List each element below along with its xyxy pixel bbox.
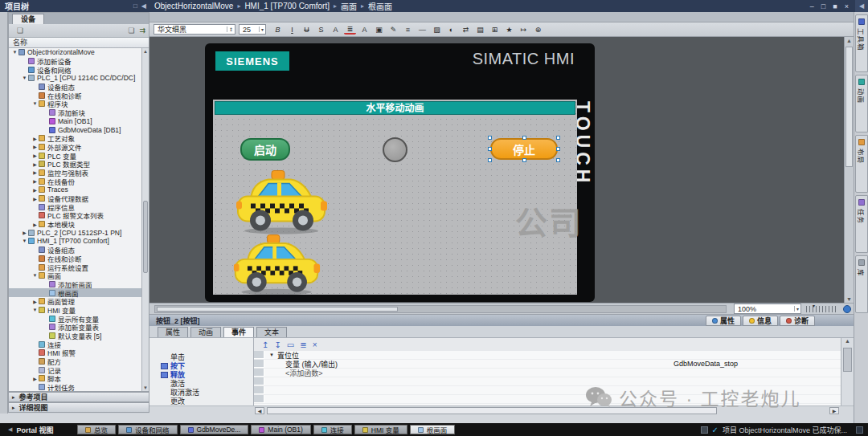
format-button[interactable]: ◐ xyxy=(445,24,457,35)
breadcrumb-label[interactable]: ObjectHorizontalMove xyxy=(154,2,233,10)
tree-item[interactable]: 默认变量表 [5] xyxy=(9,332,141,340)
function-row[interactable]: ▼ 置位位 xyxy=(254,351,841,360)
selection-handle[interactable] xyxy=(488,158,492,162)
tab-devices[interactable]: 设备 xyxy=(12,14,44,24)
chevron-down-icon[interactable]: ▾ xyxy=(259,26,264,32)
format-button[interactable]: ✎ xyxy=(387,24,399,35)
tree-expander-icon[interactable]: ▶ xyxy=(31,136,39,141)
stop-button-selection[interactable]: 停止 xyxy=(490,138,558,160)
tray-icon[interactable] xyxy=(856,426,863,434)
selection-handle[interactable] xyxy=(556,147,560,151)
tree-item[interactable]: 记录 xyxy=(9,365,141,374)
parameter-value[interactable]: GdbMoveData_stop xyxy=(674,360,738,369)
scroll-up-icon[interactable]: ▲ xyxy=(845,338,850,344)
tree-item[interactable]: 运行系统设置 xyxy=(9,263,141,271)
inspector-vertical-scrollbar[interactable]: ▲ xyxy=(841,338,854,405)
spinner-icon[interactable]: ⇕ xyxy=(227,26,233,32)
scroll-left-icon[interactable]: ◀ xyxy=(255,407,264,414)
screen-editor-canvas[interactable]: SIEMENS SIMATIC HMI TOUCH 水平移动动画 启动 停止 xyxy=(149,37,854,303)
editor-task-button[interactable]: Main (OB1) xyxy=(251,425,310,434)
slider-thumb-icon[interactable]: ▾ xyxy=(813,303,815,308)
chevron-down-icon[interactable]: ▾ xyxy=(794,306,799,312)
tree-item[interactable]: ▶ 本地模块 xyxy=(9,220,141,229)
tree-item[interactable]: 配方 xyxy=(9,357,141,366)
tree-item[interactable]: 添加新块 xyxy=(9,108,141,117)
tree-item[interactable]: ▶ 设备代理数据 xyxy=(9,194,141,203)
inspector-tab[interactable]: 属性 xyxy=(158,327,188,337)
hmi-screen[interactable]: 水平移动动画 启动 停止 xyxy=(213,100,577,295)
selection-handle[interactable] xyxy=(556,136,560,140)
font-family-select[interactable]: 华文细黑 ⇕ xyxy=(154,24,235,35)
taxi-graphic-2[interactable] xyxy=(232,234,321,295)
tree-item[interactable]: 在线和诊断 xyxy=(9,91,141,100)
format-button[interactable]: ⊕ xyxy=(532,24,544,35)
canvas-horizontal-scrollbar[interactable] xyxy=(154,305,727,313)
tree-item[interactable]: GdbMoveData [DB1] xyxy=(9,125,141,134)
editor-task-button[interactable]: 设备和网络 xyxy=(118,425,178,434)
breadcrumb-item[interactable]: HMI_1 [TP700 Comfort] ▸ xyxy=(244,2,341,10)
editor-task-button[interactable]: GdbMoveDe... xyxy=(180,425,249,434)
format-button[interactable]: ▤ xyxy=(474,24,486,35)
scroll-up-icon[interactable]: ▲ xyxy=(845,38,854,43)
window-control-button[interactable]: ■ xyxy=(833,2,837,10)
add-function-label[interactable]: <添加函数> xyxy=(264,368,323,378)
function-toolbar-icon[interactable]: × xyxy=(313,340,317,349)
stop-button[interactable]: 停止 xyxy=(490,138,558,160)
selection-handle[interactable] xyxy=(522,136,526,140)
tree-expander-icon[interactable]: ▼ xyxy=(11,50,18,55)
portal-view-button[interactable]: ◀ Portal 视图 xyxy=(0,425,77,435)
breadcrumb-label[interactable]: 画面 xyxy=(341,0,357,12)
editor-task-button[interactable]: 根画面 xyxy=(410,425,456,434)
breadcrumb-item[interactable]: 根画面 xyxy=(368,0,400,12)
breadcrumb-item[interactable]: 画面 ▸ xyxy=(341,0,368,12)
zoom-slider[interactable]: ▾ xyxy=(806,306,837,312)
format-button[interactable]: A xyxy=(358,24,371,35)
sync-icon[interactable]: ⇉ xyxy=(139,26,145,35)
tree-item[interactable]: ▼ ObjectHorizontalMove xyxy=(9,48,141,57)
inspector-tab[interactable]: 文本 xyxy=(256,327,287,337)
right-panel-collapse-icon[interactable]: ◀ xyxy=(855,0,868,12)
new-item-icon[interactable]: ❏ xyxy=(128,26,134,35)
fit-to-screen-button[interactable] xyxy=(843,305,851,313)
scroll-thumb[interactable] xyxy=(267,407,717,414)
indicator-circle[interactable] xyxy=(383,137,407,162)
event-item[interactable]: 单击 xyxy=(149,352,253,361)
scroll-right-icon[interactable]: ▶ xyxy=(829,407,839,414)
tree-expander-icon[interactable]: ▼ xyxy=(31,273,39,278)
tree-item[interactable]: 添加新设备 xyxy=(9,57,141,66)
scroll-thumb[interactable] xyxy=(843,348,852,372)
event-item[interactable]: 取消激活 xyxy=(149,388,253,397)
font-size-select[interactable]: 25 ▾ xyxy=(239,24,266,35)
scroll-thumb[interactable] xyxy=(157,307,398,312)
function-toolbar-icon[interactable]: ≣ xyxy=(300,340,306,349)
inspector-side-tab[interactable]: 诊断 xyxy=(780,316,815,326)
screen-title-bar[interactable]: 水平移动动画 xyxy=(215,101,575,115)
event-item[interactable]: 激活 xyxy=(149,379,253,388)
breadcrumb-item[interactable]: ObjectHorizontalMove ▸ xyxy=(154,2,244,10)
tree-item[interactable]: ▼ PLC_1 [CPU 1214C DC/DC/DC] xyxy=(9,74,141,83)
parameter-row[interactable]: 变量 (输入/输出) GdbMoveData_stop xyxy=(254,360,841,369)
canvas-vertical-scrollbar[interactable]: ▲ ▼ xyxy=(844,37,854,303)
tree-expander-icon[interactable]: ▼ xyxy=(31,308,39,312)
editor-task-button[interactable]: 连接 xyxy=(313,425,352,434)
start-button[interactable]: 启动 xyxy=(240,138,290,161)
tree-expander-icon[interactable]: ▶ xyxy=(21,230,28,235)
inspector-side-tab[interactable]: 属性 xyxy=(706,316,741,326)
format-button[interactable]: B xyxy=(272,24,284,35)
selection-handle[interactable] xyxy=(488,147,492,151)
scroll-down-icon[interactable]: ▼ xyxy=(845,296,854,302)
format-button[interactable]: ▣ xyxy=(373,24,385,35)
window-control-button[interactable]: × xyxy=(845,2,849,10)
tree-expander-icon[interactable]: ▶ xyxy=(31,299,39,304)
task-card-tab[interactable]: 布局 xyxy=(855,135,868,193)
format-button[interactable]: A xyxy=(330,24,342,35)
tree-expander-icon[interactable]: ▶ xyxy=(31,376,39,381)
add-function-row[interactable]: <添加函数> xyxy=(254,369,841,377)
format-button[interactable]: ▨ xyxy=(431,24,443,35)
task-card-tab[interactable]: 工具箱 xyxy=(855,14,868,72)
tree-item[interactable]: ▶ 脚本 xyxy=(9,374,141,383)
task-card-tab[interactable]: 库 xyxy=(855,255,868,313)
format-button[interactable]: ↦ xyxy=(518,24,530,35)
tree-expander-icon[interactable]: ▶ xyxy=(31,196,39,202)
editor-task-button[interactable]: 总览 xyxy=(77,425,116,434)
